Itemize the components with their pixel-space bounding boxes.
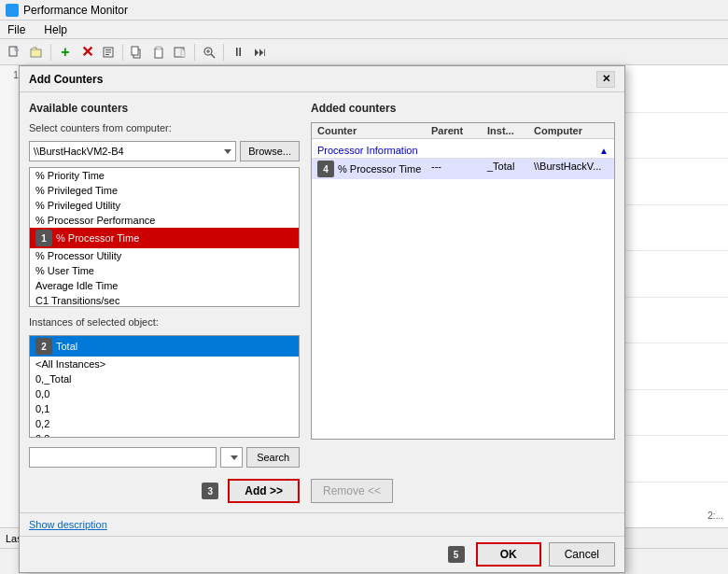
counter-item-2[interactable]: % Privileged Utility <box>30 198 299 213</box>
added-row-counter: 4% Processor Time <box>317 161 431 177</box>
counter-item-3[interactable]: % Processor Performance <box>30 213 299 228</box>
toolbar-zoom-btn[interactable] <box>200 43 218 62</box>
available-counters-title: Available counters <box>29 102 300 115</box>
counter-item-8[interactable]: C1 Transitions/sec <box>30 293 299 307</box>
title-bar: Performance Monitor <box>0 0 728 21</box>
instance-item-0[interactable]: 2Total <box>30 336 299 357</box>
toolbar-properties-btn[interactable] <box>99 43 118 62</box>
time-label-end: 2:... <box>707 511 723 527</box>
toolbar-add-counter-btn[interactable]: + <box>56 43 75 62</box>
show-description-row: Show description <box>20 512 624 536</box>
dialog-title-bar: Add Counters ✕ <box>20 66 624 92</box>
badge-2: 2 <box>35 338 52 355</box>
added-group-header: Processor Information ▲ <box>312 143 614 159</box>
dialog-footer: 5 OK Cancel <box>20 536 624 572</box>
toolbar-delete-btn[interactable]: ✕ <box>77 43 96 62</box>
instances-list-container: 2Total <All Instances> 0,_Total 0,0 0,1 … <box>29 335 300 438</box>
search-button[interactable]: Search <box>246 447 300 468</box>
show-description-link[interactable]: Show description <box>29 519 107 530</box>
counter-list-container: % Priority Time % Privileged Time % Priv… <box>29 167 300 307</box>
svg-rect-3 <box>105 49 111 50</box>
col-parent: Parent <box>431 125 487 136</box>
added-table-header: Counter Parent Inst... Computer <box>312 123 614 139</box>
col-instance: Inst... <box>487 125 534 136</box>
added-row-instance: _Total <box>487 161 534 177</box>
menu-help[interactable]: Help <box>40 23 71 36</box>
svg-rect-9 <box>156 47 161 49</box>
menu-file[interactable]: File <box>4 23 29 36</box>
app-icon <box>6 4 19 17</box>
search-dropdown[interactable] <box>220 447 243 468</box>
cancel-button[interactable]: Cancel <box>549 542 615 567</box>
instance-item-2[interactable]: 0,_Total <box>30 371 299 386</box>
computer-label: Select counters from computer: <box>29 122 300 133</box>
search-input[interactable] <box>29 447 217 468</box>
app-title: Performance Monitor <box>23 4 128 17</box>
dialog-body: Available counters Select counters from … <box>20 92 624 512</box>
toolbar-paste-btn[interactable] <box>149 43 168 62</box>
svg-rect-4 <box>105 51 111 52</box>
col-computer: Computer <box>534 125 609 136</box>
right-panel: Added counters Counter Parent Inst... Co… <box>311 102 615 503</box>
counter-item-7[interactable]: Average Idle Time <box>30 278 299 293</box>
add-counters-dialog: Add Counters ✕ Available counters Select… <box>19 65 625 573</box>
added-table-body: Processor Information ▲ 4% Processor Tim… <box>312 139 614 183</box>
browse-button[interactable]: Browse... <box>240 141 300 161</box>
col-counter: Counter <box>317 125 431 136</box>
computer-row: \\BurstHackVM2-B4 Browse... <box>29 141 300 161</box>
toolbar-copy-btn[interactable] <box>128 43 147 62</box>
add-row: 3 Add >> <box>29 479 300 503</box>
svg-rect-8 <box>155 49 162 58</box>
search-row: Search <box>29 447 300 468</box>
toolbar-sep-2 <box>122 44 123 61</box>
counter-item-1[interactable]: % Privileged Time <box>30 183 299 198</box>
menu-bar: File Help <box>0 21 728 39</box>
toolbar: + ✕ ⏸ ⏭ <box>0 39 728 65</box>
instance-item-3[interactable]: 0,0 <box>30 386 299 401</box>
dialog-close-button[interactable]: ✕ <box>596 71 615 88</box>
ok-button[interactable]: OK <box>476 542 541 567</box>
toolbar-sep-1 <box>50 44 51 61</box>
svg-rect-5 <box>105 54 109 55</box>
instance-item-6[interactable]: 0,3 <box>30 431 299 438</box>
toolbar-next-btn[interactable]: ⏭ <box>250 43 269 62</box>
instance-item-4[interactable]: 0,1 <box>30 401 299 416</box>
toolbar-sep-3 <box>194 44 195 61</box>
instances-list: 2Total <All Instances> 0,_Total 0,0 0,1 … <box>30 336 299 438</box>
left-panel: Available counters Select counters from … <box>29 102 300 503</box>
added-row-0[interactable]: 4% Processor Time --- _Total \\BurstHack… <box>312 159 614 179</box>
added-row-parent: --- <box>431 161 487 177</box>
badge-1: 1 <box>35 230 52 246</box>
instance-item-1[interactable]: <All Instances> <box>30 357 299 371</box>
remove-row: Remove << <box>311 479 615 503</box>
computer-select[interactable]: \\BurstHackVM2-B4 <box>29 141 236 161</box>
toolbar-sep-4 <box>223 44 224 61</box>
added-counters-title: Added counters <box>311 102 615 115</box>
added-table: Counter Parent Inst... Computer Processo… <box>311 122 615 440</box>
group-expand-icon[interactable]: ▲ <box>599 146 609 156</box>
svg-line-12 <box>211 54 215 58</box>
counter-list: % Priority Time % Privileged Time % Priv… <box>30 168 299 307</box>
counter-item-0[interactable]: % Priority Time <box>30 168 299 183</box>
dialog-title: Add Counters <box>29 73 596 86</box>
svg-rect-1 <box>31 49 41 57</box>
added-counters-section: Counter Parent Inst... Computer Processo… <box>311 122 615 469</box>
add-button[interactable]: Add >> <box>228 479 300 503</box>
toolbar-open-btn[interactable] <box>27 43 46 62</box>
counter-item-6[interactable]: % User Time <box>30 263 299 278</box>
counter-item-5[interactable]: % Processor Utility <box>30 248 299 263</box>
added-group-name: Processor Information <box>317 145 418 156</box>
remove-button[interactable]: Remove << <box>311 479 393 503</box>
counter-item-4[interactable]: 1% Processor Time <box>30 228 299 248</box>
badge-4: 4 <box>317 161 334 177</box>
toolbar-pause-btn[interactable]: ⏸ <box>229 43 247 62</box>
instances-label: Instances of selected object: <box>29 316 300 328</box>
svg-rect-7 <box>132 47 138 55</box>
badge-3: 3 <box>202 483 218 499</box>
badge-5: 5 <box>448 546 465 563</box>
added-row-computer: \\BurstHackV... <box>534 161 609 177</box>
instance-item-5[interactable]: 0,2 <box>30 416 299 431</box>
toolbar-new-btn[interactable] <box>6 43 24 62</box>
toolbar-paste-special-btn[interactable] <box>171 43 189 62</box>
